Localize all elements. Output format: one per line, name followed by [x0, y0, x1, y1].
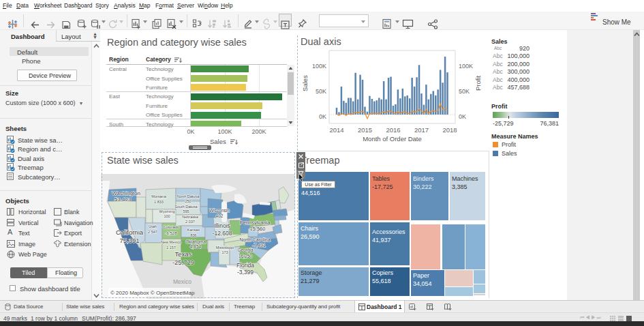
- svg-text:A: A: [7, 228, 13, 236]
